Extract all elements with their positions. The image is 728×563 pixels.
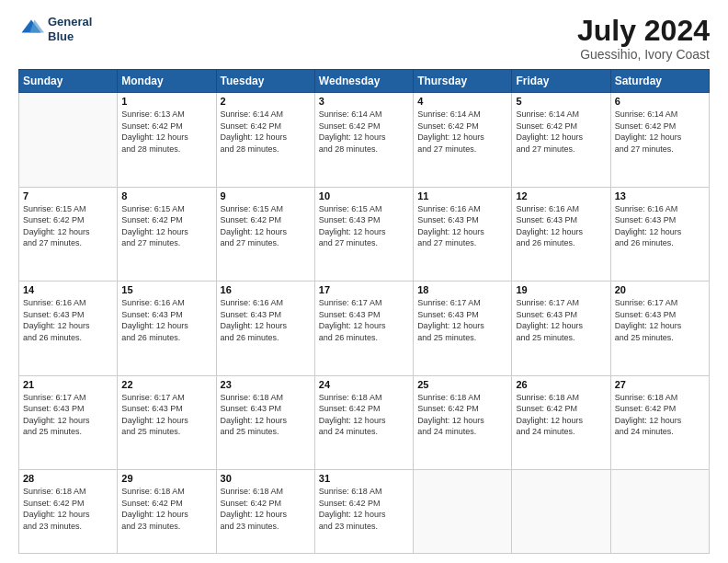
- logo: General Blue: [18, 15, 92, 43]
- logo-line1: General: [48, 15, 92, 29]
- col-friday: Friday: [512, 70, 610, 93]
- day-info: Sunrise: 6:14 AMSunset: 6:42 PMDaylight:…: [516, 109, 606, 155]
- day-number: 17: [319, 284, 409, 295]
- logo-icon: [18, 17, 44, 42]
- page: General Blue July 2024 Guessihio, Ivory …: [0, 0, 728, 563]
- logo-text: General Blue: [48, 15, 92, 43]
- day-number: 11: [417, 190, 507, 201]
- day-info: Sunrise: 6:13 AMSunset: 6:42 PMDaylight:…: [121, 109, 211, 155]
- table-row: 8Sunrise: 6:15 AMSunset: 6:42 PMDaylight…: [118, 187, 216, 281]
- day-number: 22: [121, 379, 211, 390]
- day-info: Sunrise: 6:17 AMSunset: 6:43 PMDaylight:…: [23, 392, 113, 438]
- table-row: 11Sunrise: 6:16 AMSunset: 6:43 PMDayligh…: [414, 187, 512, 281]
- day-number: 26: [516, 379, 606, 390]
- day-number: 4: [417, 96, 507, 107]
- day-number: 15: [121, 284, 211, 295]
- header: General Blue July 2024 Guessihio, Ivory …: [18, 15, 710, 62]
- day-number: 27: [615, 379, 705, 390]
- table-row: 5Sunrise: 6:14 AMSunset: 6:42 PMDaylight…: [512, 93, 610, 187]
- day-info: Sunrise: 6:17 AMSunset: 6:43 PMDaylight:…: [615, 297, 705, 343]
- day-info: Sunrise: 6:14 AMSunset: 6:42 PMDaylight:…: [319, 109, 409, 155]
- col-sunday: Sunday: [19, 70, 118, 93]
- col-wednesday: Wednesday: [314, 70, 413, 93]
- day-number: 14: [23, 284, 113, 295]
- day-info: Sunrise: 6:16 AMSunset: 6:43 PMDaylight:…: [615, 203, 705, 249]
- day-number: 3: [319, 96, 409, 107]
- table-row: [512, 470, 610, 554]
- logo-line2: Blue: [48, 29, 92, 44]
- table-row: 25Sunrise: 6:18 AMSunset: 6:42 PMDayligh…: [414, 375, 512, 469]
- day-number: 2: [221, 96, 311, 107]
- table-row: 9Sunrise: 6:15 AMSunset: 6:42 PMDaylight…: [216, 187, 314, 281]
- col-tuesday: Tuesday: [216, 70, 314, 93]
- day-info: Sunrise: 6:18 AMSunset: 6:42 PMDaylight:…: [319, 486, 409, 532]
- day-info: Sunrise: 6:18 AMSunset: 6:42 PMDaylight:…: [417, 392, 507, 438]
- day-info: Sunrise: 6:17 AMSunset: 6:43 PMDaylight:…: [516, 297, 606, 343]
- col-monday: Monday: [118, 70, 216, 93]
- day-number: 21: [23, 379, 113, 390]
- day-info: Sunrise: 6:15 AMSunset: 6:42 PMDaylight:…: [121, 203, 211, 249]
- calendar-table: Sunday Monday Tuesday Wednesday Thursday…: [18, 69, 710, 554]
- day-number: 19: [516, 284, 606, 295]
- table-row: [19, 93, 118, 187]
- table-row: 12Sunrise: 6:16 AMSunset: 6:43 PMDayligh…: [512, 187, 610, 281]
- table-row: 6Sunrise: 6:14 AMSunset: 6:42 PMDaylight…: [610, 93, 709, 187]
- day-number: 12: [516, 190, 606, 201]
- calendar-week-5: 28Sunrise: 6:18 AMSunset: 6:42 PMDayligh…: [19, 470, 710, 554]
- day-info: Sunrise: 6:14 AMSunset: 6:42 PMDaylight:…: [417, 109, 507, 155]
- table-row: 2Sunrise: 6:14 AMSunset: 6:42 PMDaylight…: [216, 93, 314, 187]
- table-row: 22Sunrise: 6:17 AMSunset: 6:43 PMDayligh…: [118, 375, 216, 469]
- day-info: Sunrise: 6:18 AMSunset: 6:42 PMDaylight:…: [221, 486, 311, 532]
- calendar-week-3: 14Sunrise: 6:16 AMSunset: 6:43 PMDayligh…: [19, 282, 710, 375]
- table-row: 28Sunrise: 6:18 AMSunset: 6:42 PMDayligh…: [19, 470, 118, 554]
- table-row: 17Sunrise: 6:17 AMSunset: 6:43 PMDayligh…: [314, 282, 413, 375]
- table-row: 24Sunrise: 6:18 AMSunset: 6:42 PMDayligh…: [314, 375, 413, 469]
- calendar-header-row: Sunday Monday Tuesday Wednesday Thursday…: [19, 70, 710, 93]
- day-number: 16: [221, 284, 311, 295]
- day-info: Sunrise: 6:15 AMSunset: 6:42 PMDaylight:…: [221, 203, 311, 249]
- calendar-week-2: 7Sunrise: 6:15 AMSunset: 6:42 PMDaylight…: [19, 187, 710, 281]
- day-info: Sunrise: 6:16 AMSunset: 6:43 PMDaylight:…: [121, 297, 211, 343]
- title-block: July 2024 Guessihio, Ivory Coast: [577, 15, 710, 62]
- day-number: 29: [121, 473, 211, 484]
- table-row: 31Sunrise: 6:18 AMSunset: 6:42 PMDayligh…: [314, 470, 413, 554]
- table-row: 23Sunrise: 6:18 AMSunset: 6:43 PMDayligh…: [216, 375, 314, 469]
- day-number: 9: [221, 190, 311, 201]
- table-row: 14Sunrise: 6:16 AMSunset: 6:43 PMDayligh…: [19, 282, 118, 375]
- table-row: 30Sunrise: 6:18 AMSunset: 6:42 PMDayligh…: [216, 470, 314, 554]
- table-row: 3Sunrise: 6:14 AMSunset: 6:42 PMDaylight…: [314, 93, 413, 187]
- table-row: 19Sunrise: 6:17 AMSunset: 6:43 PMDayligh…: [512, 282, 610, 375]
- day-info: Sunrise: 6:18 AMSunset: 6:42 PMDaylight:…: [23, 486, 113, 532]
- day-number: 25: [417, 379, 507, 390]
- day-number: 8: [121, 190, 211, 201]
- table-row: 13Sunrise: 6:16 AMSunset: 6:43 PMDayligh…: [610, 187, 709, 281]
- col-saturday: Saturday: [610, 70, 709, 93]
- day-number: 23: [221, 379, 311, 390]
- table-row: 21Sunrise: 6:17 AMSunset: 6:43 PMDayligh…: [19, 375, 118, 469]
- table-row: 4Sunrise: 6:14 AMSunset: 6:42 PMDaylight…: [414, 93, 512, 187]
- table-row: [414, 470, 512, 554]
- day-info: Sunrise: 6:15 AMSunset: 6:42 PMDaylight:…: [23, 203, 113, 249]
- col-thursday: Thursday: [414, 70, 512, 93]
- day-number: 30: [221, 473, 311, 484]
- day-info: Sunrise: 6:17 AMSunset: 6:43 PMDaylight:…: [417, 297, 507, 343]
- day-info: Sunrise: 6:16 AMSunset: 6:43 PMDaylight:…: [23, 297, 113, 343]
- day-info: Sunrise: 6:18 AMSunset: 6:42 PMDaylight:…: [121, 486, 211, 532]
- day-number: 13: [615, 190, 705, 201]
- day-number: 24: [319, 379, 409, 390]
- day-number: 5: [516, 96, 606, 107]
- day-info: Sunrise: 6:18 AMSunset: 6:43 PMDaylight:…: [221, 392, 311, 438]
- day-number: 1: [121, 96, 211, 107]
- day-info: Sunrise: 6:14 AMSunset: 6:42 PMDaylight:…: [221, 109, 311, 155]
- calendar-week-1: 1Sunrise: 6:13 AMSunset: 6:42 PMDaylight…: [19, 93, 710, 187]
- day-info: Sunrise: 6:16 AMSunset: 6:43 PMDaylight:…: [417, 203, 507, 249]
- day-info: Sunrise: 6:17 AMSunset: 6:43 PMDaylight:…: [121, 392, 211, 438]
- table-row: 26Sunrise: 6:18 AMSunset: 6:42 PMDayligh…: [512, 375, 610, 469]
- day-number: 7: [23, 190, 113, 201]
- table-row: 1Sunrise: 6:13 AMSunset: 6:42 PMDaylight…: [118, 93, 216, 187]
- day-number: 10: [319, 190, 409, 201]
- table-row: 7Sunrise: 6:15 AMSunset: 6:42 PMDaylight…: [19, 187, 118, 281]
- day-info: Sunrise: 6:18 AMSunset: 6:42 PMDaylight:…: [319, 392, 409, 438]
- table-row: 29Sunrise: 6:18 AMSunset: 6:42 PMDayligh…: [118, 470, 216, 554]
- day-number: 6: [615, 96, 705, 107]
